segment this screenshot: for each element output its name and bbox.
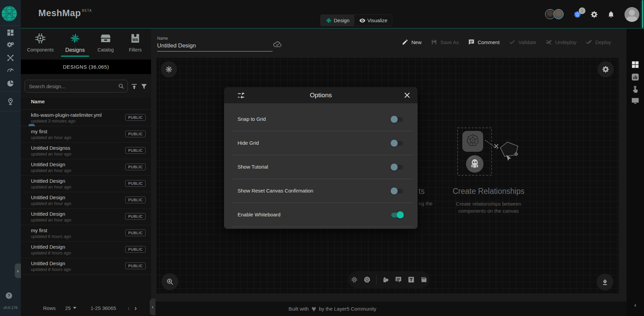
validate-button[interactable]: Validate	[509, 39, 536, 45]
toggle-thumb	[397, 211, 404, 218]
design-list-item[interactable]: my first updated 6 hours ago PUBLIC	[21, 225, 151, 242]
option-toggle[interactable]	[391, 211, 404, 218]
meshmap-pin-icon[interactable]	[6, 98, 14, 106]
design-list-item[interactable]: Untitled Design updated an hour ago PUBL…	[21, 176, 151, 192]
drawer-dashboard-icon[interactable]	[631, 60, 640, 69]
dock-text-icon[interactable]	[407, 276, 415, 283]
new-label: New	[412, 39, 422, 45]
dashboard-icon[interactable]	[6, 29, 14, 37]
lifecycle-gears-icon[interactable]	[6, 41, 14, 49]
design-name: Untitled Design	[31, 178, 65, 184]
modal-header: Options	[224, 87, 418, 103]
avatar-silhouette	[629, 10, 635, 16]
deploy-button[interactable]: Deploy	[585, 39, 611, 45]
toggle-thumb	[391, 116, 398, 123]
column-header-name[interactable]: Name	[31, 99, 45, 104]
dock-comment-icon[interactable]	[395, 276, 402, 283]
design-list-item[interactable]: Untitled Design updated 8 hours ago PUBL…	[21, 242, 151, 258]
whiteboard-pen-button[interactable]	[597, 274, 613, 290]
mesh-pie-icon[interactable]	[6, 79, 14, 87]
designs-panel: Components Designs Catalo	[21, 29, 151, 316]
filter-funnel-icon[interactable]	[140, 83, 148, 90]
design-updated: updated 8 hours ago	[31, 250, 71, 255]
design-list-item[interactable]: k8s-wasm-plugin-ratelimiter.yml updated …	[21, 110, 151, 126]
option-row: Hide Grid	[224, 131, 418, 155]
save-as-label: Save As	[440, 39, 459, 45]
option-toggle[interactable]	[391, 116, 404, 123]
design-name-label: Name	[157, 36, 273, 41]
option-label: Enable Whiteboard	[238, 212, 281, 217]
rows-per-page-select[interactable]: 25	[65, 305, 77, 311]
design-search-box[interactable]	[25, 80, 128, 93]
option-toggle[interactable]	[391, 140, 404, 147]
modal-body: Snap to Grid Hide Grid Show Tutorial	[224, 103, 418, 229]
bell-icon	[607, 10, 615, 19]
toggle-thumb	[391, 140, 398, 147]
drawer-collapse-chevron[interactable]: ‹	[634, 302, 636, 309]
performance-gauge-icon[interactable]	[6, 66, 14, 74]
panel-collapse-handle[interactable]: ‹	[150, 299, 155, 315]
option-row: Show Reset Canvas Confirmation	[224, 179, 418, 203]
option-row: Enable Whiteboard	[224, 203, 418, 227]
dock-kubernetes-icon[interactable]	[363, 276, 371, 283]
option-toggle[interactable]	[391, 187, 404, 195]
tab-components[interactable]: Components	[24, 33, 57, 52]
collaborator-avatar[interactable]	[553, 9, 564, 19]
notifications-bell-button[interactable]	[607, 10, 615, 19]
tab-catalog[interactable]: Catalog	[90, 33, 122, 52]
undeploy-button[interactable]: Undeploy	[545, 39, 576, 45]
dock-note-icon[interactable]	[420, 276, 428, 283]
toolkit-icon[interactable]	[6, 54, 14, 62]
design-pinwheel-icon	[325, 17, 332, 24]
rows-per-page-value: 25	[65, 305, 71, 311]
prev-page-button[interactable]: ‹	[128, 304, 130, 312]
dock-shapes-icon[interactable]	[382, 276, 389, 283]
visibility-badge: PUBLIC	[125, 131, 146, 137]
tab-filters[interactable]: WA Filters	[119, 33, 151, 52]
design-list-item[interactable]: Untitled Designss updated an hour ago PU…	[21, 143, 151, 159]
save-as-button[interactable]: Save As	[431, 39, 459, 45]
drawer-touch-icon[interactable]	[631, 85, 640, 94]
zoom-in-button[interactable]	[162, 273, 178, 290]
visualize-mode-button[interactable]: Visualize	[354, 15, 392, 26]
cloud-saved-icon	[273, 41, 282, 48]
comment-button[interactable]: Comment	[468, 39, 500, 45]
search-icon	[118, 83, 124, 90]
design-list-item[interactable]: my first updated an hour ago PUBLIC	[21, 126, 151, 143]
visibility-badge: PUBLIC	[125, 213, 146, 220]
app-version: v0.6.176	[0, 306, 21, 310]
heart-icon: ♥	[311, 305, 316, 313]
drawer-display-icon[interactable]	[631, 97, 640, 105]
design-list-item[interactable]: Untitled Design updated 8 hours ago PUBL…	[21, 258, 151, 275]
design-list-item[interactable]: Untitled Design updated an hour ago PUBL…	[21, 209, 151, 225]
user-avatar[interactable]	[624, 7, 639, 22]
option-toggle[interactable]	[391, 164, 404, 171]
meshery-logo[interactable]	[1, 6, 17, 22]
design-mode-button[interactable]: Design	[321, 15, 354, 26]
new-button[interactable]: New	[402, 39, 422, 45]
app-title-text: MeshMap	[38, 8, 81, 19]
kubernetes-context-button[interactable]: 1	[573, 10, 581, 19]
design-search-input[interactable]	[25, 83, 118, 89]
freeze-layout-button[interactable]	[161, 61, 177, 77]
empty-state-line2: components on the canvas	[438, 207, 539, 214]
settings-gear-button[interactable]	[590, 10, 598, 19]
publish-upload-icon[interactable]	[131, 83, 138, 90]
dock-components-icon[interactable]	[351, 276, 358, 283]
rail-divider	[0, 111, 21, 111]
visibility-badge: PUBLIC	[125, 262, 146, 269]
design-list-item[interactable]: Untitled Design updated an hour ago PUBL…	[21, 159, 151, 176]
help-icon[interactable]: ?	[6, 292, 12, 299]
design-list-item[interactable]: Untitled Design updated an hour ago PUBL…	[21, 192, 151, 209]
visibility-badge: PUBLIC	[125, 197, 146, 203]
beta-tag: BETA	[82, 9, 92, 12]
tab-label: Designs	[65, 47, 85, 53]
design-name-input[interactable]: Untitled Design	[157, 42, 273, 51]
next-page-button[interactable]: ›	[135, 304, 137, 312]
rail-expand-handle[interactable]: ›	[15, 264, 21, 278]
tab-designs[interactable]: Designs	[59, 33, 91, 53]
toggle-thumb	[391, 164, 398, 171]
drawer-chart-icon[interactable]	[631, 73, 640, 81]
canvas-settings-button[interactable]	[598, 61, 614, 77]
close-icon[interactable]	[403, 92, 411, 99]
